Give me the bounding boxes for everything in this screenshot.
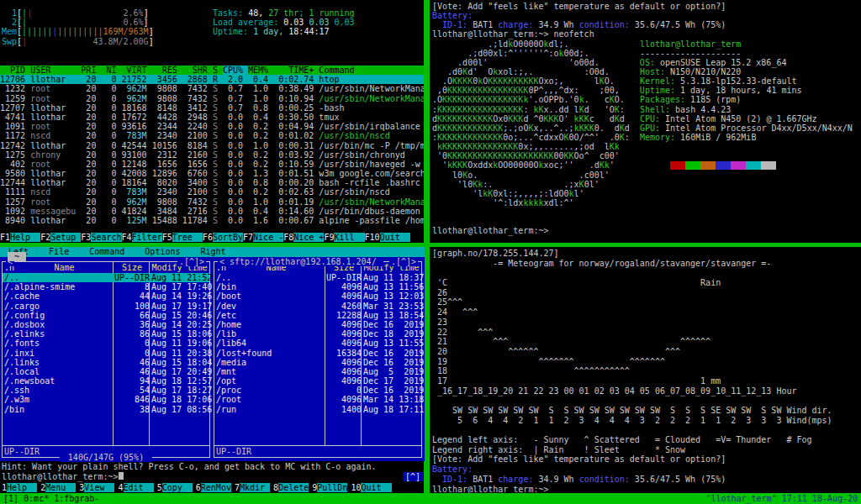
htop-process-row[interactable]: 1232 root 20 0 962M 9808 7432 S 0.7 1.0 … xyxy=(0,84,425,93)
htop-process-row[interactable]: 12706 llothar 20 0 21752 3456 2868 R 2.0… xyxy=(0,75,425,84)
htop-table-header: PID USER PRI NI VIRT RES SHR S CPU% MEM%… xyxy=(0,66,425,75)
mc-panel-resize-control[interactable]: .[^]> xyxy=(389,257,418,266)
htop-fkey-quit[interactable]: F10Quit xyxy=(365,233,410,242)
htop-process-row[interactable]: 12744 llothar 20 0 18164 8020 3400 S 0.0… xyxy=(0,178,425,187)
mc-file-row[interactable]: /..UP--DIRAug 11 18:37 xyxy=(214,273,421,282)
pane-neofetch-terminal[interactable]: [Vote: Add "feels like" temperature as d… xyxy=(430,0,861,244)
mc-panel-resize-control[interactable]: .[^]> xyxy=(177,257,206,266)
meteogram-line xyxy=(432,268,861,278)
tmux-status-bar: [1] 0:mc* 1:fbgrab- "llothar_term" 17:11… xyxy=(0,493,861,504)
mc-file-row[interactable]: /proc0Dec 16 2019 xyxy=(214,386,421,395)
mc-file-row[interactable]: /.w3m846Aug 18 17:06 xyxy=(3,395,209,404)
htop-process-row[interactable]: 12742 llothar 20 0 42544 10156 8184 S 0.… xyxy=(0,141,425,150)
htop-fkey-help[interactable]: F1Help xyxy=(0,233,40,242)
mc-panel-path[interactable]: < ~ xyxy=(6,257,14,266)
mc-menu-right[interactable]: Right xyxy=(201,247,226,257)
pane-midnight-commander[interactable]: LeftFileCommandOptionsRight .nNameSizeMo… xyxy=(0,247,425,493)
htop-process-row[interactable]: 12707 llothar 20 0 18168 8148 3412 S 0.7… xyxy=(0,103,425,113)
mc-file-row[interactable]: /opt4096Dec 17 2019 xyxy=(214,376,421,386)
mc-panel-path[interactable]: < sftp://llothar@192.168.1.204/ xyxy=(218,257,383,266)
mc-fkey-view[interactable]: 3View xyxy=(79,483,114,492)
terminal-line: l0Ko. .c00l' xyxy=(432,171,861,180)
mc-file-row[interactable]: /mnt4096Aug 5 2019 xyxy=(214,367,421,376)
mc-file-row[interactable]: /..UP--DIRAug 11 21:52 xyxy=(3,273,209,282)
mc-file-row[interactable]: /root4096Mar 14 13:18 xyxy=(214,395,421,404)
mc-file-row[interactable]: /.newsboat94Aug 18 12:57 xyxy=(3,376,209,386)
mc-menu-command[interactable]: Command xyxy=(89,247,124,257)
mc-menu-file[interactable]: File xyxy=(49,247,69,257)
htop-fkey-setup[interactable]: F2Setup xyxy=(40,233,81,242)
mc-panel-right[interactable]: .nNameSizeModify time/..UP--DIRAug 11 18… xyxy=(214,261,422,458)
htop-process-row[interactable]: 402 root 20 0 12148 1656 1656 S 0.0 0.2 … xyxy=(0,160,425,169)
mc-command-line[interactable]: llothar@llothar_term:~> xyxy=(2,472,124,481)
mc-file-row[interactable]: /home4096Dec 16 2019 xyxy=(214,320,421,329)
htop-process-row[interactable]: 8940 llothar 20 0 125M 15488 11784 S 0.0… xyxy=(0,216,425,225)
mc-file-row[interactable]: /.cache44Aug 14 19:26 xyxy=(3,291,209,301)
mc-file-row[interactable]: /.ssh54Aug 17 18:27 xyxy=(3,386,209,395)
htop-process-row[interactable]: 4741 llothar 20 0 17672 4428 2948 S 0.0 … xyxy=(0,113,425,122)
meteogram-line: 17 1 mm xyxy=(432,376,861,386)
mc-file-row[interactable]: /.fonts0Aug 11 19:06 xyxy=(3,339,209,348)
htop-process-row[interactable]: 1111 nscd 20 0 783M 2340 2100 S 0.0 0.2 … xyxy=(0,187,425,197)
mc-fkey-menu[interactable]: 2Menu xyxy=(40,483,76,492)
mc-file-row[interactable]: /.inxi0Aug 11 20:38 xyxy=(3,349,209,358)
mc-fkey-quit[interactable]: 10Quit xyxy=(351,483,391,492)
color-swatch xyxy=(731,161,746,170)
htop-fkey-nice-[interactable]: F7Nice - xyxy=(243,233,283,242)
mc-fkey-edit[interactable]: 4Edit xyxy=(118,483,153,492)
mc-fkey-help[interactable]: 1Help xyxy=(2,483,37,492)
htop-fkey-filter[interactable]: F4Filter xyxy=(122,233,162,242)
tmux-window-list[interactable]: [1] 0:mc* 1:fbgrab- xyxy=(3,493,99,504)
mc-history-button[interactable]: [^] xyxy=(403,472,423,481)
htop-fkey-kill[interactable]: F9Kill xyxy=(324,233,364,242)
mc-menu-options[interactable]: Options xyxy=(145,247,180,257)
mc-file-row[interactable]: /.cargo100Aug 17 19:17 xyxy=(3,302,209,311)
htop-meter: Mem[||||||||||||||||169M/963M] xyxy=(2,27,154,36)
mc-file-row[interactable]: /boot4096Aug 13 12:03 xyxy=(214,291,421,301)
mc-ministatus: UP--DIR xyxy=(216,447,251,456)
mc-fkey-copy[interactable]: 5Copy xyxy=(157,483,193,492)
pane-meteogram-terminal[interactable]: [graph.no/178.255.144.27] -= Meteogram f… xyxy=(430,247,861,493)
htop-process-row[interactable]: 1275 chrony 20 0 93100 2312 2160 S 0.0 0… xyxy=(0,150,425,160)
mc-fkey-pulldn[interactable]: 9PullDn xyxy=(312,483,347,492)
htop-process-row[interactable]: 1259 root 20 0 962M 9808 7432 S 0.7 1.0 … xyxy=(0,94,425,103)
meteogram-line: [graph.no/178.255.144.27] xyxy=(432,249,861,259)
mc-file-row[interactable]: /lost+found16384Dec 16 2019 xyxy=(214,349,421,358)
htop-process-row[interactable]: 1091 root 20 0 93616 2344 2240 S 0.0 0.2… xyxy=(0,122,425,131)
mc-file-row[interactable]: /.alpine-smime8Aug 17 17:40 xyxy=(3,282,209,291)
htop-process-row[interactable]: 1257 root 20 0 962M 9808 7432 S 0.0 1.0 … xyxy=(0,197,425,207)
color-swatch xyxy=(700,161,716,170)
mc-file-row[interactable]: /run1400Aug 18 17:11 xyxy=(214,405,421,414)
mc-file-row[interactable]: /media4096Dec 16 2019 xyxy=(214,358,421,367)
pane-htop[interactable]: 1[|| 2.6%] 2[| 0.6%]Mem[||||||||||||||||… xyxy=(0,0,425,244)
mc-file-row[interactable]: /.elinks86Aug 15 18:06 xyxy=(3,329,209,339)
terminal-line: '^:ldxkkkkxdl:^' xyxy=(432,198,861,207)
terminal-line: .d00l' 'o00d. OS: openSUSE Leap 15.2 x86… xyxy=(432,58,861,67)
htop-fkey-search[interactable]: F3Search xyxy=(81,233,121,242)
meteogram-line: 20 ^^^^^^ ^^^ xyxy=(432,347,861,357)
htop-process-row[interactable]: 1172 nscd 20 0 783M 2340 2100 S 0.0 0.2 … xyxy=(0,131,425,140)
htop-process-row[interactable]: 1092 messagebu 20 0 41824 3484 2716 S 0.… xyxy=(0,207,425,216)
mc-file-row[interactable]: /bin4096Aug 13 11:56 xyxy=(214,282,421,291)
mc-fkey-delete[interactable]: 8Delete xyxy=(273,483,309,492)
mc-file-row[interactable]: /dev4260Mar 31 23:53 xyxy=(214,302,421,311)
mc-file-row[interactable]: /.links46Aug 15 18:04 xyxy=(3,358,209,367)
mc-file-row[interactable]: /.local46Aug 17 20:49 xyxy=(3,367,209,376)
color-swatch xyxy=(655,161,670,170)
htop-fkey-sortby[interactable]: F6SortBy xyxy=(203,233,243,242)
htop-fkey-tree[interactable]: F5Tree xyxy=(162,233,203,242)
htop-fkey-nice-[interactable]: F8Nice + xyxy=(283,233,324,242)
mc-file-row[interactable]: /etc12288Aug 13 18:54 xyxy=(214,311,421,320)
mc-file-row[interactable]: /.config66Aug 15 20:46 xyxy=(3,311,209,320)
mc-ministatus: UP--DIR xyxy=(4,447,40,456)
mc-fkey-mkdir[interactable]: 7Mkdir xyxy=(235,483,270,492)
htop-meter: Swp[| 43.8M/2.00G] xyxy=(2,37,154,46)
mc-file-row[interactable]: /bin38Aug 17 08:56 xyxy=(3,405,209,414)
mc-panel-left[interactable]: .nNameSizeModify time/..UP--DIRAug 11 21… xyxy=(2,261,210,458)
mc-file-row[interactable]: /lib644096Aug 13 11:55 xyxy=(214,339,421,348)
mc-fkey-renmov[interactable]: 6RenMov xyxy=(196,483,231,492)
htop-process-row[interactable]: 9580 llothar 20 0 42008 12896 6760 S 0.0… xyxy=(0,169,425,178)
htop-summary-line: Tasks: 48, 27 thr; 1 running xyxy=(213,8,355,18)
mc-file-row[interactable]: /lib4096Dec 18 2019 xyxy=(214,329,421,339)
mc-file-row[interactable]: /.dosbox36Aug 14 20:25 xyxy=(3,320,209,329)
